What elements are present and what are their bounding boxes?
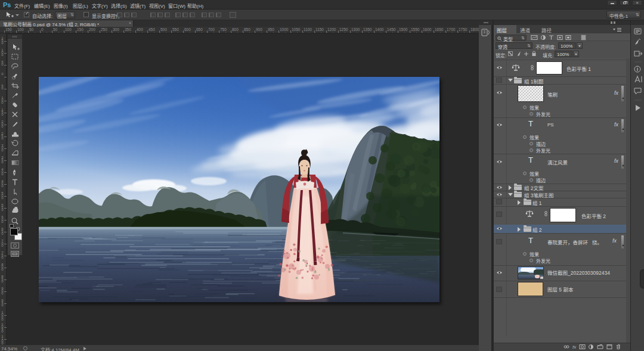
svg-text:fx: fx — [572, 344, 577, 350]
